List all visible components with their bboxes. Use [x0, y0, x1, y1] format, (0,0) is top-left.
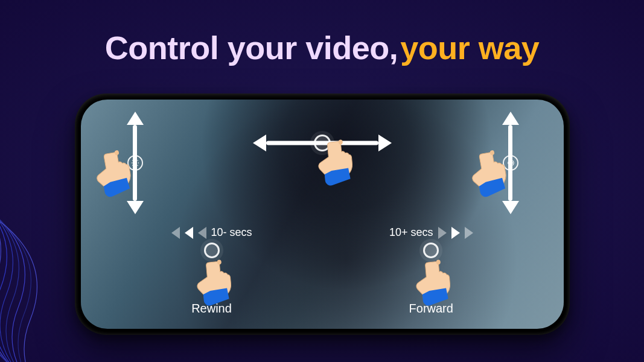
gesture-rewind: 10- secs Rewind	[171, 226, 252, 316]
svg-line-4	[137, 165, 138, 166]
headline: Control your video,your way	[0, 31, 644, 64]
gesture-volume	[499, 112, 523, 214]
touch-point-icon	[423, 243, 439, 258]
triangle-right-icon	[451, 227, 460, 239]
triangle-left-icon	[198, 227, 206, 239]
finger-pointer-icon	[90, 145, 140, 200]
touch-point-icon	[204, 243, 220, 258]
finger-pointer-icon	[412, 255, 459, 307]
gesture-brightness	[123, 112, 147, 214]
headline-part-a: Control your video,	[105, 30, 398, 66]
finger-pointer-icon	[193, 255, 239, 307]
triangle-left-icon	[171, 227, 180, 239]
forward-text: 10+ secs	[389, 226, 433, 239]
gesture-forward: 10+ secs Forward	[389, 226, 473, 316]
rewind-text: 10- secs	[211, 226, 252, 239]
phone-screen: 10- secs Rewind 10+ secs	[81, 100, 564, 329]
finger-pointer-icon	[314, 135, 360, 187]
headline-part-b: your way	[400, 30, 539, 66]
finger-pointer-icon	[465, 145, 515, 200]
triangle-right-icon	[438, 227, 447, 239]
triangle-left-icon	[185, 227, 193, 239]
svg-line-8	[137, 160, 138, 160]
phone-mockup: 10- secs Rewind 10+ secs	[75, 94, 570, 335]
gesture-seek	[253, 131, 392, 155]
triangle-right-icon	[465, 227, 473, 239]
